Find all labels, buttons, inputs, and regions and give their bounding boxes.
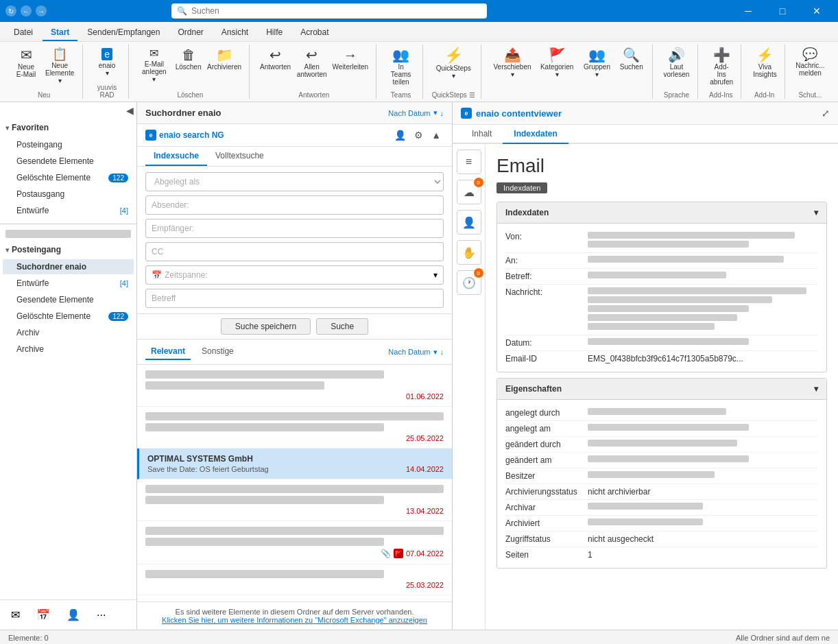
sidebar-item-archiv[interactable]: Archiv [3,325,134,340]
sidebar-item-suchordner[interactable]: Suchordner enaio [3,259,134,274]
maximize-button[interactable]: □ [767,0,798,22]
refresh-button[interactable]: ↻ [5,5,16,16]
search-input[interactable] [191,6,481,16]
abgelegt-als-select[interactable]: Abgelegt als [145,172,444,191]
quicksteps-button[interactable]: ⚡ QuickSteps ▾ [431,45,475,83]
result-item[interactable]: 25.03.2022 [137,564,452,595]
close-button[interactable]: ✕ [801,0,833,22]
zugriffstatus-label: Zugriffstatus [505,534,588,544]
results-list: 01.06.2022 25.05.2022 OPTIMAL SYSTEMS Gm… [137,365,452,601]
server-link[interactable]: Klicken Sie hier, um weitere Information… [145,616,444,624]
sidebar-item-geloeschte2[interactable]: Gelöschte Elemente 122 [3,309,134,324]
tab-senden-empfangen[interactable]: Senden/Empfangen [79,25,168,41]
viva-insights-button[interactable]: ⚡ VivaInsights [750,45,780,82]
allen-antworten-button[interactable]: ↩ Allenantworten [294,45,329,82]
weiterleiten-button[interactable]: → Weiterleiten [331,45,370,74]
results-sort-chevron-icon: ▾ [433,348,438,357]
sidebar-item-entuerfe2[interactable]: Entwürfe [4] [3,276,134,291]
result-item[interactable]: 13.04.2022 [137,479,452,521]
kategorien-button[interactable]: 🚩 Kategorien ▾ [536,45,577,82]
sidebar-item-archive[interactable]: Archive [3,342,134,357]
eigenschaften-section-header[interactable]: Eigenschaften ▾ [497,379,826,400]
minimize-button[interactable]: ─ [732,0,764,22]
teams-teilen-button[interactable]: 👥 In Teamsteilen [385,45,418,89]
server-notice-text: Es sind weitere Elemente in diesem Ordne… [145,608,444,616]
addins-abrufen-button[interactable]: ➕ Add-Insabrufen [706,45,737,89]
ribbon-group-neu: ✉ NeueE-Mail 📋 NeueElemente ▾ Neu [5,45,83,99]
search-button[interactable]: Suche [316,318,368,335]
sidebar-collapse-button[interactable]: ◀ [126,105,134,116]
results-tab-sonstige[interactable]: Sonstige [196,344,239,360]
result-item[interactable]: 25.05.2022 [137,407,452,449]
search-tab-volltext[interactable]: Volltextsuche [207,147,272,166]
search-tab-index[interactable]: Indexsuche [145,147,207,166]
tab-datei[interactable]: Datei [5,25,41,41]
tab-hilfe[interactable]: Hilfe [258,25,291,41]
posteingang-section-header[interactable]: ▾ Posteingang [0,241,136,259]
email-anlegen-button[interactable]: ✉ E-Mailanlegen ▾ [137,45,171,86]
betreff-field[interactable] [145,289,444,308]
new-email-button[interactable]: ✉ NeueE-Mail [11,45,41,82]
absender-field[interactable] [145,195,444,215]
tab-start[interactable]: Start [43,25,77,41]
hand-view-button[interactable]: ✋ [457,240,481,265]
save-search-button[interactable]: Suche speichern [221,318,311,335]
enaio-settings-button[interactable]: ⚙ [411,128,426,142]
list-view-button[interactable]: ≡ [457,150,481,174]
result-item[interactable]: 01.06.2022 [137,365,452,407]
ribbon: Datei Start Senden/Empfangen Ordner Ansi… [0,22,838,102]
tab-ordner[interactable]: Ordner [169,25,211,41]
more-nav-button[interactable]: ··· [91,606,111,624]
viewer-tab-inhalt[interactable]: Inhalt [461,125,503,144]
sidebar-item-entuerfe[interactable]: Entwürfe [4] [3,203,134,218]
results-tab-relevant[interactable]: Relevant [145,344,191,360]
sidebar-item-postausgang[interactable]: Postausgang [3,187,134,202]
result-item-selected[interactable]: OPTIMAL SYSTEMS GmbH Save the Date: OS f… [137,449,452,479]
ribbon-group-actions-label [490,97,647,99]
results-sort-control[interactable]: Nach Datum ▾ ↓ [388,348,444,357]
back-button[interactable]: ← [21,5,32,16]
laut-vorlesen-button[interactable]: 🔊 Lautvorlesen [661,45,692,82]
clock-button[interactable]: 🕐 0 [457,270,481,295]
entuerfe-badge: [4] [120,206,128,215]
geaendert-durch-label: geändert durch [505,440,588,449]
antworten-button[interactable]: ↩ Antworten [258,45,294,74]
person-view-button[interactable]: 👤 [457,210,481,235]
sidebar-item-gesendete2[interactable]: Gesendete Elemente [3,292,134,307]
cc-field[interactable] [145,242,444,261]
nachricht-melden-button[interactable]: 💬 Nachric...melden [793,45,827,80]
viewer-expand-button[interactable]: ⤢ [822,108,830,119]
empfaenger-field[interactable] [145,219,444,238]
gruppen-button[interactable]: 👥 Gruppen ▾ [579,45,615,82]
mail-nav-button[interactable]: ✉ [5,606,25,624]
archivieren-button[interactable]: 📁 Archivieren [205,45,243,74]
loeschen-button[interactable]: 🗑 Löschen [173,45,204,74]
search-box[interactable]: 🔍 [171,3,487,19]
verschieben-button[interactable]: 📤 Verschieben ▾ [490,45,535,82]
people-nav-button[interactable]: 👤 [61,606,86,624]
enaio-user-button[interactable]: 👤 [392,128,409,142]
enaio-button[interactable]: e enaio ▾ [91,45,123,80]
sidebar-item-geloeschte[interactable]: Gelöschte Elemente 122 [3,170,134,185]
tab-ansicht[interactable]: Ansicht [213,25,256,41]
favorites-section-header[interactable]: ▾ Favoriten [0,119,136,136]
calendar-nav-button[interactable]: 📅 [31,606,56,624]
viewer-tab-indexdaten[interactable]: Indexdaten [503,125,568,144]
result-text-line2 [145,496,384,504]
zeitspanne-select[interactable]: 📅 Zeitspanne: ▾ [145,265,444,285]
ribbon-group-loeschen-label: Löschen [137,90,243,99]
enaio-collapse-button[interactable]: ▲ [429,128,444,142]
suchen-ribbon-button[interactable]: 🔍 Suchen [616,45,647,74]
result-item[interactable]: 📎 🚩 07.04.2022 [137,521,452,564]
sidebar-item-gesendete[interactable]: Gesendete Elemente [3,154,134,169]
angelegt-am-label: angelegt am [505,424,588,433]
tab-acrobat[interactable]: Acrobat [292,25,337,41]
search-sort-control[interactable]: Nach Datum ▾ ↓ [388,108,444,117]
sidebar-item-posteingang[interactable]: Posteingang [3,137,134,152]
indexdaten-section-header[interactable]: Indexdaten ▾ [497,202,826,224]
cloud-button[interactable]: ☁ 0 [457,180,481,204]
antworten-icon: ↩ [270,48,281,62]
forward-button[interactable]: → [36,5,47,16]
new-items-button[interactable]: 📋 NeueElemente ▾ [43,45,77,88]
viewer-body: ≡ ☁ 0 👤 ✋ 🕐 0 Email [453,144,838,630]
